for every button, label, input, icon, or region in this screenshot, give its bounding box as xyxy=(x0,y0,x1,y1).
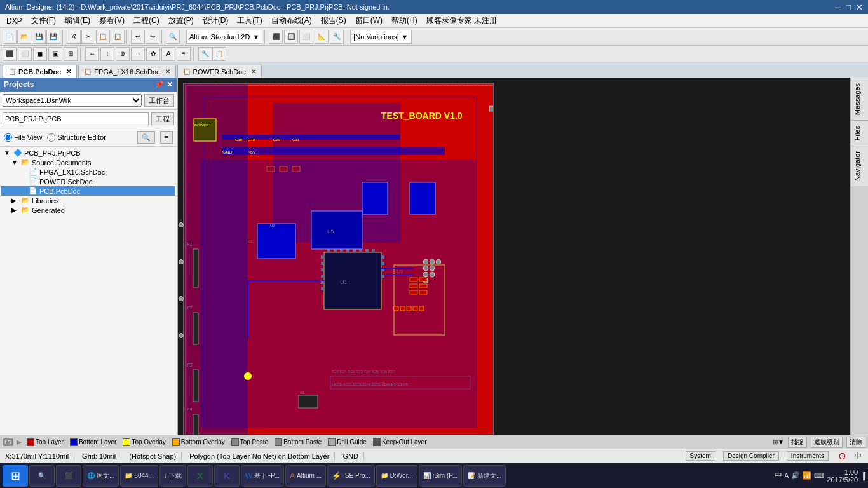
save-all-btn[interactable]: 💾 xyxy=(46,30,60,44)
tree-item-power[interactable]: 📄 POWER.SchDoc xyxy=(1,177,175,186)
tab-close-2[interactable]: ✕ xyxy=(251,68,256,75)
undo-btn[interactable]: ↩ xyxy=(131,30,145,44)
view-dropdown[interactable]: Altium Standard 2D ▼ xyxy=(186,30,262,44)
taskbar-ie[interactable]: 🌐 国文... xyxy=(83,465,119,487)
menu-item-a[interactable]: 自动布线(A) xyxy=(268,14,316,27)
right-tab-navigator[interactable]: Navigator xyxy=(851,146,868,186)
redo-btn[interactable]: ↪ xyxy=(146,30,159,44)
tool1[interactable]: ⬛ xyxy=(269,30,283,44)
save-btn[interactable]: 💾 xyxy=(32,30,46,44)
tree-item-fpga[interactable]: 📄 FPGA_LX16.SchDoc xyxy=(1,167,175,177)
taskbar-newfile[interactable]: 📝 新建文... xyxy=(463,465,506,487)
tree-item-generated[interactable]: ▶ 📂 Generated xyxy=(1,205,175,215)
view-icon-btn2[interactable]: ≡ xyxy=(160,131,173,144)
capture-btn[interactable]: 捕捉 xyxy=(788,437,807,448)
t2-btn13[interactable]: 🔧 xyxy=(198,47,212,61)
tree-item-libraries[interactable]: ▶ 📂 Libraries xyxy=(1,196,175,205)
mask-level-btn[interactable]: 遮膜级别 xyxy=(811,437,843,448)
t2-btn11[interactable]: A xyxy=(161,47,175,61)
t2-btn14[interactable]: 📋 xyxy=(212,47,226,61)
t2-btn10[interactable]: ✿ xyxy=(146,47,160,61)
layer-top[interactable]: Top Layer xyxy=(25,438,65,447)
maximize-button[interactable]: □ xyxy=(846,3,851,12)
t2-btn8[interactable]: ⊕ xyxy=(116,47,130,61)
menu-item-e[interactable]: 编辑(E) xyxy=(61,14,94,27)
menu-item-[interactable]: 顾客录像专家 未注册 xyxy=(423,14,501,27)
open-btn[interactable]: 📂 xyxy=(17,30,31,44)
workspace-dropdown[interactable]: Workspace1.DsnWrk xyxy=(3,94,142,107)
copy-btn[interactable]: 📋 xyxy=(96,30,110,44)
workspace-btn[interactable]: 工作台 xyxy=(144,94,174,107)
right-tab-messages[interactable]: Messages xyxy=(851,78,868,120)
menu-item-d[interactable]: 设计(D) xyxy=(199,14,233,27)
taskbar-folder[interactable]: 📁 6044... xyxy=(120,465,158,487)
taskbar-ise[interactable]: ⚡ ISE Pro... xyxy=(327,465,375,487)
view-icon-btn1[interactable]: 🔍 xyxy=(137,131,155,144)
menu-item-s[interactable]: 报告(S) xyxy=(317,14,350,27)
cut-btn[interactable]: ✂ xyxy=(81,30,95,44)
volume-icon[interactable]: 🔊 xyxy=(791,471,800,480)
menu-item-dxp[interactable]: DXP xyxy=(3,15,26,27)
search-btn[interactable]: 🔍 xyxy=(29,465,55,487)
tab-0[interactable]: 📋PCB.PcbDoc✕ xyxy=(3,65,77,78)
layer-top-overlay[interactable]: Top Overlay xyxy=(121,438,167,447)
start-button[interactable]: ⊞ xyxy=(3,465,28,487)
tree-item-project[interactable]: ▼ 🔷 PCB_PRJ.PrjPCB xyxy=(1,148,175,158)
menu-item-p[interactable]: 放置(P) xyxy=(165,14,198,27)
tool3[interactable]: ⬜ xyxy=(299,30,313,44)
print-btn[interactable]: 🖨 xyxy=(67,30,81,44)
clear-btn[interactable]: 清除 xyxy=(846,437,865,448)
pcb-board-svg[interactable]: TEST_BOARD V1.0 POWER1 xyxy=(183,83,494,435)
close-button[interactable]: ✕ xyxy=(856,3,863,12)
tab-2[interactable]: 📋POWER.SchDoc✕ xyxy=(177,65,262,78)
instruments-btn[interactable]: Instruments xyxy=(787,451,829,461)
menu-item-f[interactable]: 文件(F) xyxy=(27,14,60,27)
t2-btn3[interactable]: ◼ xyxy=(33,47,47,61)
paste-btn[interactable]: 📋 xyxy=(111,30,125,44)
t2-btn4[interactable]: ▣ xyxy=(48,47,62,61)
menu-item-v[interactable]: 察看(V) xyxy=(95,14,128,27)
taskbar-word[interactable]: W 基于FP... xyxy=(241,465,284,487)
tool4[interactable]: 📐 xyxy=(315,30,329,44)
tool5[interactable]: 🔧 xyxy=(330,30,344,44)
menu-item-t[interactable]: 工具(T) xyxy=(233,14,266,27)
layer-bottom-overlay[interactable]: Bottom Overlay xyxy=(170,438,227,447)
layer-bottom-paste[interactable]: Bottom Paste xyxy=(273,438,323,447)
t2-btn1[interactable]: ⬛ xyxy=(3,47,17,61)
variations-dropdown[interactable]: [No Variations] ▼ xyxy=(350,30,411,44)
panel-pin-btn[interactable]: 📌 xyxy=(154,80,164,89)
t2-btn7[interactable]: ↕ xyxy=(100,47,114,61)
show-desktop-btn[interactable]: ▐ xyxy=(860,472,865,480)
tree-item-pcb[interactable]: 📄 PCB.PcbDoc xyxy=(1,186,175,196)
zoom-btn[interactable]: 🔍 xyxy=(166,30,180,44)
menu-item-c[interactable]: 工程(C) xyxy=(130,14,163,27)
tool2[interactable]: 🔲 xyxy=(284,30,298,44)
taskbar-dwork[interactable]: 📁 D:Wor... xyxy=(376,465,417,487)
menu-item-w[interactable]: 窗口(W) xyxy=(351,14,386,27)
panel-close-btn[interactable]: ✕ xyxy=(166,80,173,89)
system-btn[interactable]: System xyxy=(686,451,715,461)
network-icon[interactable]: 📶 xyxy=(803,471,811,480)
right-tab-files[interactable]: Files xyxy=(851,120,868,146)
tab-1[interactable]: 📋FPGA_LX16.SchDoc✕ xyxy=(78,65,175,78)
design-compiler-btn[interactable]: Design Compiler xyxy=(723,451,779,461)
layer-bottom[interactable]: Bottom Layer xyxy=(68,438,118,447)
t2-btn5[interactable]: ⊞ xyxy=(64,47,78,61)
t2-btn2[interactable]: ⬜ xyxy=(18,47,32,61)
structure-editor-radio[interactable]: Structure Editor xyxy=(47,133,105,142)
taskbar-isim[interactable]: 📊 iSim (P... xyxy=(419,465,462,487)
t2-btn12[interactable]: ≡ xyxy=(177,47,191,61)
taskbar-altium[interactable]: A Altium ... xyxy=(285,465,326,487)
pcb-canvas-container[interactable]: TEST_BOARD V1.0 POWER1 xyxy=(178,78,850,435)
t2-btn9[interactable]: ○ xyxy=(131,47,145,61)
layer-top-paste[interactable]: Top Paste xyxy=(229,438,270,447)
layer-drill[interactable]: Drill Guide xyxy=(326,438,369,447)
minimize-button[interactable]: ─ xyxy=(835,3,841,12)
task-view-btn[interactable]: ⬛ xyxy=(56,465,81,487)
menu-item-h[interactable]: 帮助(H) xyxy=(388,14,421,27)
tab-close-0[interactable]: ✕ xyxy=(66,68,71,75)
project-btn[interactable]: 工程 xyxy=(151,112,174,125)
taskbar-k[interactable]: K xyxy=(214,465,240,487)
tab-close-1[interactable]: ✕ xyxy=(165,68,170,75)
taskbar-excel[interactable]: X xyxy=(187,465,213,487)
